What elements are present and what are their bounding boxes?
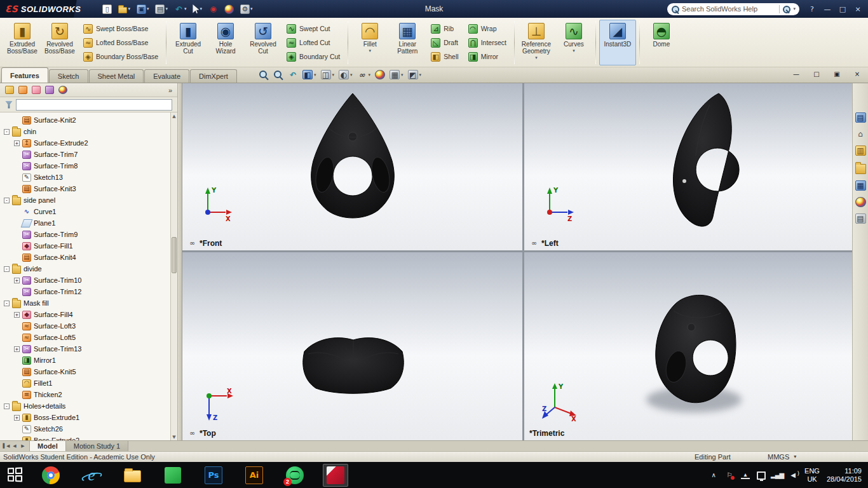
- instant3d-button[interactable]: Instant3D: [599, 20, 636, 65]
- help-search-input[interactable]: [682, 5, 776, 13]
- draft-button[interactable]: Draft: [428, 37, 461, 49]
- signal-button[interactable]: [773, 471, 782, 479]
- search-scope-icon[interactable]: [782, 5, 790, 13]
- model-top-view[interactable]: [297, 330, 410, 396]
- tab-evaluate[interactable]: Evaluate: [144, 69, 189, 83]
- featuremanager-tab-tab[interactable]: [5, 86, 14, 94]
- solidworks-resources-button[interactable]: [855, 112, 866, 123]
- mirror-button[interactable]: Mirror: [466, 51, 509, 63]
- wrap-button[interactable]: Wrap: [466, 23, 509, 35]
- zoom-to-area-button[interactable]: [272, 69, 285, 80]
- curves-button[interactable]: Curves▾: [555, 20, 592, 65]
- extruded-boss-base-button[interactable]: Extruded Boss/Base: [4, 20, 41, 65]
- scroll-up-icon[interactable]: ▲: [171, 112, 177, 119]
- rebuild-button[interactable]: [206, 2, 220, 16]
- tree-item[interactable]: Surface-Trim9: [0, 229, 177, 240]
- previous-view-button[interactable]: [287, 69, 299, 80]
- tree-item[interactable]: -Mask fill: [0, 297, 177, 309]
- apply-scene-button[interactable]: ▾: [388, 69, 405, 80]
- propertymanager-tab-tab[interactable]: [18, 86, 27, 94]
- collapse-icon[interactable]: -: [4, 129, 10, 135]
- minimize-button[interactable]: [820, 2, 835, 16]
- tab-sheet-metal[interactable]: Sheet Metal: [89, 69, 144, 83]
- collapse-icon[interactable]: -: [4, 403, 10, 409]
- maximize-button[interactable]: [835, 2, 850, 16]
- hole-wizard-button[interactable]: Hole Wizard: [207, 20, 244, 65]
- expand-icon[interactable]: +: [14, 312, 20, 318]
- green-app-taskbar-button[interactable]: [160, 464, 186, 487]
- tree-item[interactable]: Surface-Fill1: [0, 240, 177, 252]
- viewport-top[interactable]: X Z *Top: [182, 252, 522, 440]
- help-button[interactable]: [804, 2, 820, 16]
- tree-item[interactable]: Surface-Trim12: [0, 286, 177, 297]
- tab-scroll-next-button[interactable]: [20, 443, 26, 449]
- extruded-cut-button[interactable]: Extruded Cut: [170, 20, 207, 65]
- rib-button[interactable]: Rib: [428, 23, 461, 35]
- section-view-button[interactable]: ▾: [301, 69, 318, 80]
- tree-filter-input[interactable]: [16, 99, 172, 111]
- tree-item[interactable]: -chin: [0, 126, 177, 137]
- collapse-icon[interactable]: -: [4, 198, 10, 203]
- tree-item[interactable]: Boss-Extrude2: [0, 435, 177, 440]
- tab-model[interactable]: Model: [30, 441, 66, 451]
- options-button[interactable]: ▾: [238, 2, 255, 16]
- tree-item[interactable]: Surface-Loft5: [0, 332, 177, 343]
- tree-item[interactable]: Surface-Knit5: [0, 366, 177, 377]
- lofted-cut-button[interactable]: Lofted Cut: [284, 37, 342, 49]
- model-left-view[interactable]: [665, 92, 744, 231]
- tree-item[interactable]: +Surface-Extrude2: [0, 137, 177, 149]
- solidworks-taskbar-button[interactable]: [323, 464, 348, 487]
- shell-button[interactable]: Shell: [428, 51, 461, 63]
- tree-item[interactable]: -side panel: [0, 194, 177, 206]
- tree-item[interactable]: Plane1: [0, 217, 177, 229]
- units-selector[interactable]: MMGS: [768, 453, 798, 461]
- appearances-button[interactable]: [855, 197, 866, 207]
- doc-minimize-button[interactable]: [792, 70, 801, 79]
- dimxpertmanager-tab-tab[interactable]: [45, 86, 54, 94]
- chrome-taskbar-button[interactable]: [38, 464, 64, 487]
- lofted-boss-base-button[interactable]: Lofted Boss/Base: [81, 37, 161, 49]
- units-dropdown-icon[interactable]: [792, 454, 798, 460]
- panel-collapse-chevrons-icon[interactable]: »: [168, 86, 172, 94]
- tree-item[interactable]: Surface-Knit4: [0, 252, 177, 263]
- swept-boss-base-button[interactable]: Swept Boss/Base: [81, 23, 161, 35]
- scroll-down-icon[interactable]: ▼: [171, 433, 177, 440]
- tree-item[interactable]: Surface-Trim7: [0, 149, 177, 160]
- tree-item[interactable]: Sketch13: [0, 172, 177, 183]
- tree-item[interactable]: Sketch26: [0, 423, 177, 435]
- tree-item[interactable]: Fillet1: [0, 377, 177, 389]
- search-dropdown-caret-icon[interactable]: ▾: [793, 6, 796, 11]
- collapse-icon[interactable]: -: [4, 266, 10, 272]
- open-button[interactable]: ▾: [116, 2, 133, 16]
- doc-close-button[interactable]: [853, 70, 862, 79]
- viewport-left[interactable]: Y Z *Left: [524, 83, 852, 250]
- save-button[interactable]: ▾: [134, 2, 152, 16]
- model-trimetric-view[interactable]: [635, 292, 753, 419]
- viewport-front[interactable]: Y X *Front: [182, 83, 522, 250]
- language-indicator[interactable]: ENG UK: [804, 467, 820, 484]
- fillet-button[interactable]: Fillet▾: [351, 20, 388, 65]
- tree-item[interactable]: +Surface-Trim10: [0, 274, 177, 286]
- custom-properties-button[interactable]: [855, 214, 866, 224]
- displaymanager-tab-tab[interactable]: [58, 86, 67, 94]
- boundary-cut-button[interactable]: Boundary Cut: [284, 51, 342, 63]
- start-button[interactable]: [0, 462, 31, 488]
- home-button[interactable]: [855, 129, 866, 139]
- display-style-button[interactable]: ▾: [337, 69, 354, 80]
- action-center-flag-button[interactable]: [725, 471, 734, 479]
- tree-item[interactable]: +Surface-Trim13: [0, 343, 177, 355]
- tree-item[interactable]: Surface-Knit3: [0, 183, 177, 194]
- file-explorer-button[interactable]: [855, 162, 866, 174]
- tree-item[interactable]: +Boss-Extrude1: [0, 412, 177, 423]
- boundary-boss-base-button[interactable]: Boundary Boss/Base: [81, 51, 161, 63]
- close-button[interactable]: [850, 2, 865, 16]
- select-button[interactable]: ▾: [190, 2, 205, 16]
- viewport-trimetric[interactable]: Y X Z *Trimetric: [524, 252, 852, 440]
- tree-scrollbar[interactable]: ▲ ▼: [170, 112, 177, 440]
- tab-sketch[interactable]: Sketch: [49, 69, 88, 83]
- revolved-cut-button[interactable]: Revolved Cut: [245, 20, 281, 65]
- tree-item[interactable]: Thicken2: [0, 389, 177, 400]
- undo-button[interactable]: ▾: [172, 2, 189, 16]
- swept-cut-button[interactable]: Swept Cut: [284, 23, 342, 35]
- expand-icon[interactable]: +: [14, 278, 20, 283]
